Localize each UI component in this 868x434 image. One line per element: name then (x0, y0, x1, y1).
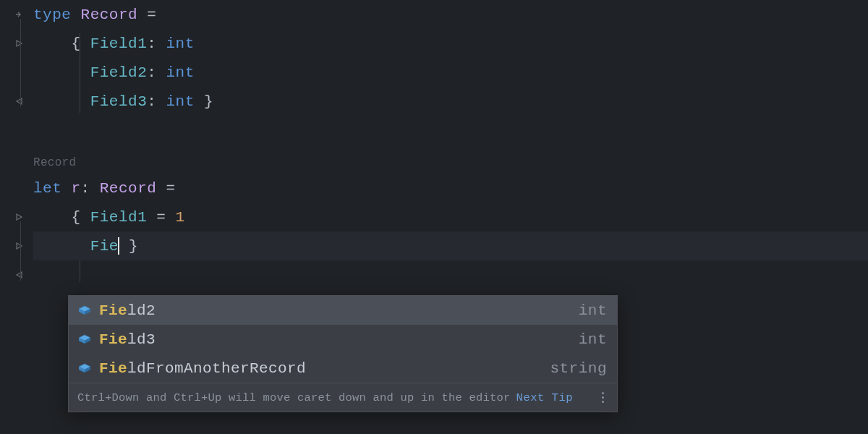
completion-type-hint: int (579, 331, 607, 348)
completion-type-hint: int (579, 302, 607, 319)
keyword-token: let (33, 180, 61, 197)
code-line[interactable] (33, 116, 868, 145)
type-token: Record (100, 180, 157, 197)
completion-label: Field2 (99, 302, 571, 319)
keyword-token: type (33, 7, 71, 23)
more-options-icon[interactable] (597, 392, 608, 403)
code-line[interactable]: Field2: int (33, 58, 868, 87)
svg-marker-2 (17, 214, 22, 220)
editor-gutter (0, 0, 33, 434)
field-icon (77, 303, 92, 318)
brace-token: { (71, 35, 90, 52)
code-line[interactable]: { Field1 = 1 (33, 203, 868, 231)
fold-toggle-icon[interactable] (14, 10, 26, 19)
field-icon (77, 361, 92, 375)
code-line[interactable]: { Field1: int (33, 29, 868, 58)
code-line-current[interactable]: Fie } (33, 231, 868, 260)
code-line[interactable] (33, 145, 868, 174)
fold-toggle-icon[interactable] (14, 213, 26, 221)
completion-label: Field3 (99, 331, 571, 348)
field-token: Field1 (90, 35, 148, 52)
inlay-hint: Record (33, 156, 76, 169)
code-line[interactable]: Record let r: Record = (33, 174, 868, 203)
brace-token: } (119, 238, 138, 255)
completion-type-hint: string (550, 360, 607, 377)
completion-item[interactable]: Field3 int (69, 325, 617, 354)
completion-footer: Ctrl+Down and Ctrl+Up will move caret do… (69, 383, 617, 412)
brace-token: } (195, 93, 213, 110)
operator-token: = (156, 180, 175, 197)
code-line[interactable] (33, 260, 868, 289)
type-token: Record (81, 7, 138, 23)
type-annotation-token: int (166, 35, 194, 52)
field-icon (77, 332, 92, 346)
identifier-token: r (71, 180, 80, 197)
type-annotation-token: int (166, 93, 194, 110)
completion-item[interactable]: FieldFromAnotherRecord string (69, 354, 617, 383)
brace-token: { (71, 209, 90, 226)
operator-token: = (137, 7, 156, 23)
field-token: Field1 (90, 209, 148, 226)
next-tip-link[interactable]: Next Tip (516, 391, 573, 404)
field-token: Field3 (90, 93, 148, 110)
field-token: Fie (90, 238, 119, 255)
completion-popup: Field2 int Field3 int FieldFromAnotherRe… (68, 295, 618, 412)
completion-item[interactable]: Field2 int (69, 296, 617, 325)
number-token: 1 (176, 209, 185, 226)
code-line[interactable]: type Record = (33, 0, 868, 29)
type-annotation-token: int (166, 64, 194, 81)
completion-tip-text: Ctrl+Down and Ctrl+Up will move caret do… (77, 391, 511, 404)
field-token: Field2 (90, 64, 148, 81)
operator-token: = (147, 209, 175, 226)
code-line[interactable]: Field3: int } (33, 87, 868, 116)
completion-label: FieldFromAnotherRecord (99, 360, 542, 377)
